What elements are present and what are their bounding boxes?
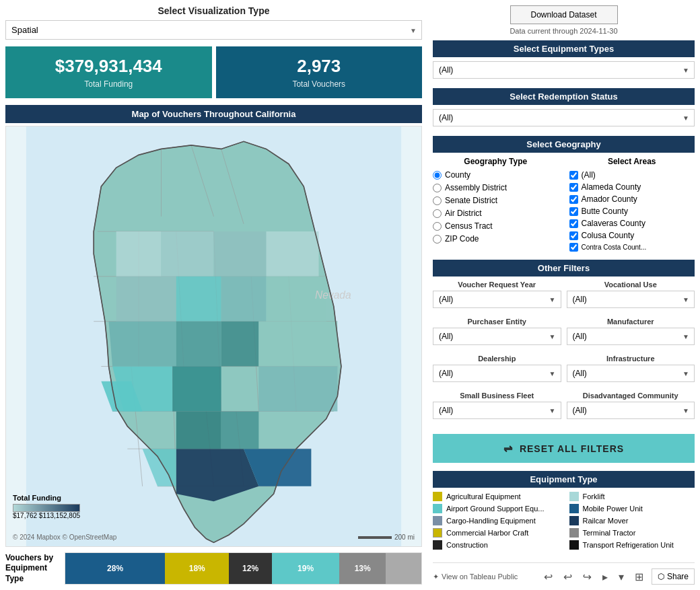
other-filters-header: Other Filters [433,260,695,276]
dealership-select[interactable]: (All) [433,365,561,382]
undo-button[interactable]: ↩ [541,569,555,585]
checkbox-calaveras-label: Calaveras County [582,219,645,228]
manufacturer-select[interactable]: (All) [567,328,695,345]
download-button[interactable]: Download Dataset [510,5,618,24]
manufacturer-dropdown: (All) ▼ [567,328,695,345]
equip-color-agricultural [433,492,442,501]
checkbox-colusa[interactable]: Colusa County [569,231,695,240]
bar-segment-1: 18% [165,553,229,584]
map-credit: © 2024 Mapbox © OpenStreetMap [13,533,116,541]
viz-type-select[interactable]: Spatial Bar Chart Table [5,20,422,40]
radio-senate-input[interactable] [433,196,442,205]
radio-senate[interactable]: Senate District [433,196,559,205]
checkbox-all-label: (All) [582,170,596,180]
checkbox-alameda-label: Alameda County [582,182,641,192]
radio-assembly-label: Assembly District [445,183,507,192]
equip-item-harbor: Commercial Harbor Craft [433,528,559,538]
radio-air-label: Air District [445,209,482,218]
checkbox-butte-label: Butte County [582,207,628,216]
radio-county-label: County [445,170,470,180]
purchaser-entity-dropdown: (All) ▼ [433,328,561,345]
bar-segment-4: 13% [339,553,386,584]
equip-label-harbor: Commercial Harbor Craft [446,529,528,537]
small-business-select[interactable]: (All) [433,402,561,419]
checkbox-colusa-label: Colusa County [582,231,635,240]
geography-type-col: Geography Type County Assembly District … [433,157,559,254]
purchaser-entity-group: Purchaser Entity (All) ▼ [433,318,561,349]
checkbox-amador[interactable]: Amador County [569,194,695,204]
radio-county-input[interactable] [433,171,442,180]
checkbox-calaveras[interactable]: Calaveras County [569,219,695,228]
equip-label-terminal: Terminal Tractor [583,529,636,537]
checkbox-alameda-input[interactable] [569,183,578,192]
redo2-button[interactable]: ↩ [580,569,594,585]
equipment-types-select[interactable]: (All) [433,61,695,79]
bar-chart: 28% 18% 12% 19% 13% [65,552,422,585]
checkbox-calaveras-input[interactable] [569,219,578,228]
disadvantaged-select[interactable]: (All) [567,402,695,419]
checkbox-all-input[interactable] [569,171,578,180]
radio-air-input[interactable] [433,209,442,218]
equip-item-forklift: Forklift [569,492,695,501]
checkbox-all[interactable]: (All) [569,170,695,180]
radio-assembly[interactable]: Assembly District [433,183,559,192]
vocational-use-group: Vocational Use (All) ▼ [567,281,695,312]
dealership-group: Dealership (All) ▼ [433,355,561,386]
radio-county[interactable]: County [433,170,559,180]
equip-color-refrigeration [569,540,579,550]
equip-color-construction [433,540,442,550]
checkbox-alameda[interactable]: Alameda County [569,182,695,192]
radio-census[interactable]: Census Tract [433,221,559,231]
redo-button[interactable]: ↩ [561,569,575,585]
california-map[interactable]: Nevada [6,126,421,546]
redemption-status-dropdown: (All) ▼ [433,109,695,126]
equip-color-terminal [569,528,579,538]
legend-title: Total Funding [13,494,80,502]
voucher-year-select[interactable]: (All) [433,291,561,308]
checkbox-butte-input[interactable] [569,207,578,216]
radio-zip[interactable]: ZIP Code [433,234,559,244]
dealership-dropdown: (All) ▼ [433,365,561,382]
equip-label-agricultural: Agricultural Equipment [446,492,521,501]
checkbox-contra-costa[interactable]: Contra Costa Count... [569,243,695,252]
dropdown-arrow-button[interactable]: ▾ [616,569,627,585]
radio-zip-input[interactable] [433,235,442,244]
radio-air[interactable]: Air District [433,209,559,218]
equip-label-railcar: Railcar Mover [583,517,629,525]
checkbox-colusa-input[interactable] [569,231,578,240]
checkbox-contra-costa-label: Contra Costa Count... [582,244,647,251]
map-container[interactable]: Nevada Total Funding $17,762 $113,152,80… [5,126,422,547]
voucher-year-label: Voucher Request Year [433,281,561,289]
right-panel: Download Dataset Data current through 20… [427,0,700,590]
share-button[interactable]: ⬡ Share [652,568,695,585]
equip-label-refrigeration: Transport Refrigeration Unit [583,541,674,549]
radio-zip-label: ZIP Code [445,234,479,244]
bar-segment-0: 28% [65,553,165,584]
view-tableau-link[interactable]: ✦ View on Tableau Public [433,573,518,581]
radio-census-input[interactable] [433,222,442,231]
equip-label-cargo: Cargo-Handling Equipment [446,517,536,525]
map-legend: Total Funding $17,762 $113,152,805 [13,494,80,519]
equip-item-refrigeration: Transport Refrigeration Unit [569,540,695,550]
viz-select-wrapper: Spatial Bar Chart Table ▼ [5,20,422,40]
infrastructure-group: Infrastructure (All) ▼ [567,355,695,386]
other-filters-grid: Voucher Request Year (All) ▼ Vocational … [433,281,695,423]
more-options-button[interactable]: ⊞ [632,569,646,585]
checkbox-contra-costa-input[interactable] [569,243,578,252]
equip-label-forklift: Forklift [583,492,605,501]
purchaser-entity-select[interactable]: (All) [433,328,561,345]
reset-filters-button[interactable]: ⇌ RESET ALL FILTERS [433,434,695,463]
equipment-types-section: Select Equipment Types (All) ▼ [433,40,695,83]
reset-button-label: RESET ALL FILTERS [520,443,624,454]
forward-button[interactable]: ▸ [600,569,610,585]
vocational-use-select[interactable]: (All) [567,291,695,308]
vocational-use-label: Vocational Use [567,281,695,289]
infrastructure-select[interactable]: (All) [567,365,695,382]
checkbox-amador-label: Amador County [582,194,637,204]
checkbox-amador-input[interactable] [569,195,578,204]
redemption-status-select[interactable]: (All) [433,109,695,126]
geography-areas-col: Select Areas (All) Alameda County Amador… [569,157,695,254]
equip-item-terminal: Terminal Tractor [569,528,695,538]
radio-assembly-input[interactable] [433,184,442,192]
checkbox-butte[interactable]: Butte County [569,207,695,216]
